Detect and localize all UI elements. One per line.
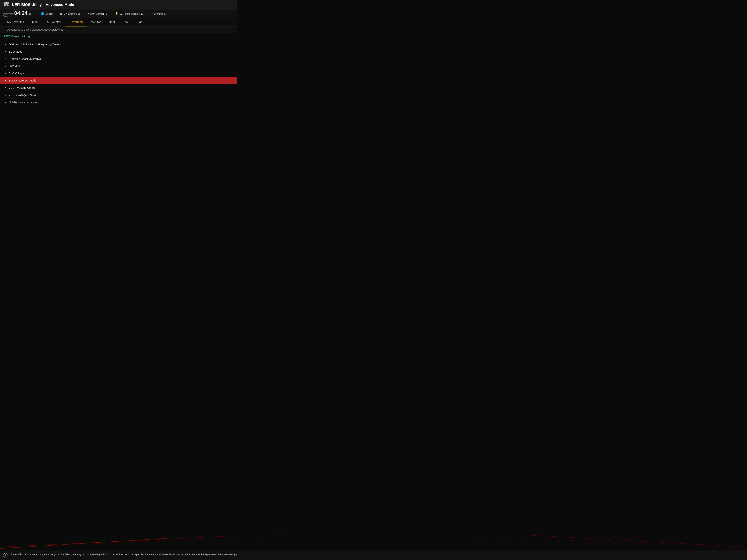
menu-item-ln2-mode[interactable]: ► LN2 Mode bbox=[0, 62, 237, 70]
english-label: English bbox=[45, 12, 53, 15]
menu-item-precision-boost[interactable]: ► Precision Boost Overdrive bbox=[0, 55, 237, 62]
menu-item-ddr-fabric[interactable]: ► DDR and Infinity Fabric Frequency/Timi… bbox=[0, 41, 237, 48]
chevron-right-icon: ► bbox=[4, 50, 7, 53]
menu-item-soc-uncore[interactable]: ► SoC/Uncore OC Mode bbox=[0, 77, 237, 84]
menu-item-label: SoC/Uncore OC Mode bbox=[9, 79, 36, 82]
menu-item-eco-mode[interactable]: ► ECO Mode bbox=[0, 48, 237, 55]
myfavorite-button[interactable]: ☰ MyFavorite(F3) bbox=[58, 11, 81, 16]
qfan-label: Qfan Control(F6) bbox=[90, 12, 108, 15]
toolbar: 06/04/2021 Friday 04:24 ⚙ | 🌐 English ☰ … bbox=[0, 9, 237, 18]
english-button[interactable]: 🌐 English bbox=[39, 11, 55, 16]
eztuning-label: EZ Tuning Wizard(F11) bbox=[120, 12, 144, 15]
settings-gear-icon[interactable]: ⚙ bbox=[29, 12, 31, 16]
menu-item-label: Precision Boost Overdrive bbox=[9, 57, 41, 60]
chevron-right-icon: ► bbox=[4, 57, 7, 60]
header-bar: UEFI BIOS Utility – Advanced Mode bbox=[0, 0, 237, 9]
chevron-right-icon: ► bbox=[4, 86, 7, 89]
tab-advanced[interactable]: Advanced bbox=[66, 18, 87, 26]
nav-tabs: My Favorites Main Ai Tweaker Advanced Mo… bbox=[0, 18, 237, 26]
day-display: Friday bbox=[3, 15, 13, 17]
section-title: AMD Overclocking bbox=[0, 33, 237, 39]
chevron-right-icon: ► bbox=[4, 79, 7, 82]
tab-exit[interactable]: Exit bbox=[133, 18, 146, 26]
menu-item-label: SoC Voltage bbox=[9, 72, 24, 75]
myfavorite-label: MyFavorite(F3) bbox=[63, 12, 80, 15]
menu-item-label: LN2 Mode bbox=[9, 64, 22, 68]
chevron-right-icon: ► bbox=[4, 43, 7, 46]
menu-item-label: VDDP Voltage Control bbox=[9, 86, 36, 89]
eztuning-icon: 💡 bbox=[115, 12, 119, 16]
toolbar-separator: | bbox=[35, 12, 36, 16]
menu-list: ► DDR and Infinity Fabric Frequency/Timi… bbox=[0, 39, 237, 107]
tab-boot[interactable]: Boot bbox=[105, 18, 119, 26]
tab-ai-tweaker[interactable]: Ai Tweaker bbox=[43, 18, 66, 26]
menu-item-label: DDR and Infinity Fabric Frequency/Timing… bbox=[9, 43, 62, 46]
eztuning-button[interactable]: 💡 EZ Tuning Wizard(F11) bbox=[113, 11, 146, 16]
menu-item-soc-voltage[interactable]: ► SoC Voltage bbox=[0, 70, 237, 77]
tab-monitor[interactable]: Monitor bbox=[87, 18, 105, 26]
breadcrumb-path: Advanced\AMD Overclocking\AMD Overclocki… bbox=[7, 28, 63, 31]
tab-tool[interactable]: Tool bbox=[119, 18, 133, 26]
qfan-button[interactable]: ⚙ Qfan Control(F6) bbox=[85, 11, 110, 16]
qfan-icon: ⚙ bbox=[86, 12, 89, 16]
bios-title: UEFI BIOS Utility – Advanced Mode bbox=[12, 3, 74, 7]
globe-icon: 🌐 bbox=[41, 12, 44, 16]
menu-item-label: VDDG Voltage Control bbox=[9, 93, 36, 97]
chevron-right-icon: ► bbox=[4, 64, 7, 68]
breadcrumb: ← Advanced\AMD Overclocking\AMD Overcloc… bbox=[0, 26, 237, 33]
time-display: 04:24 bbox=[14, 10, 28, 16]
chevron-right-icon: ► bbox=[4, 101, 7, 104]
chevron-right-icon: ► bbox=[4, 94, 7, 96]
menu-item-label: ECO Mode bbox=[9, 50, 22, 53]
tab-main[interactable]: Main bbox=[28, 18, 43, 26]
menu-item-label: NUMA nodes per socket bbox=[9, 101, 39, 104]
menu-item-numa-nodes[interactable]: ► NUMA nodes per socket bbox=[0, 99, 237, 106]
rog-logo-icon bbox=[3, 1, 10, 8]
chevron-right-icon: ► bbox=[4, 72, 7, 75]
back-arrow-icon[interactable]: ← bbox=[3, 28, 6, 31]
search-button[interactable]: ? Search(F9) bbox=[150, 12, 167, 16]
search-icon: ? bbox=[151, 12, 153, 16]
logo-title: UEFI BIOS Utility – Advanced Mode bbox=[3, 1, 74, 8]
myfavorite-icon: ☰ bbox=[60, 12, 62, 16]
datetime: 06/04/2021 Friday 04:24 ⚙ bbox=[3, 10, 31, 17]
menu-item-vddp-voltage[interactable]: ► VDDP Voltage Control bbox=[0, 84, 237, 91]
search-label: Search(F9) bbox=[154, 12, 165, 15]
menu-item-vddg-voltage[interactable]: ► VDDG Voltage Control bbox=[0, 91, 237, 99]
tab-my-favorites[interactable]: My Favorites bbox=[3, 18, 28, 26]
